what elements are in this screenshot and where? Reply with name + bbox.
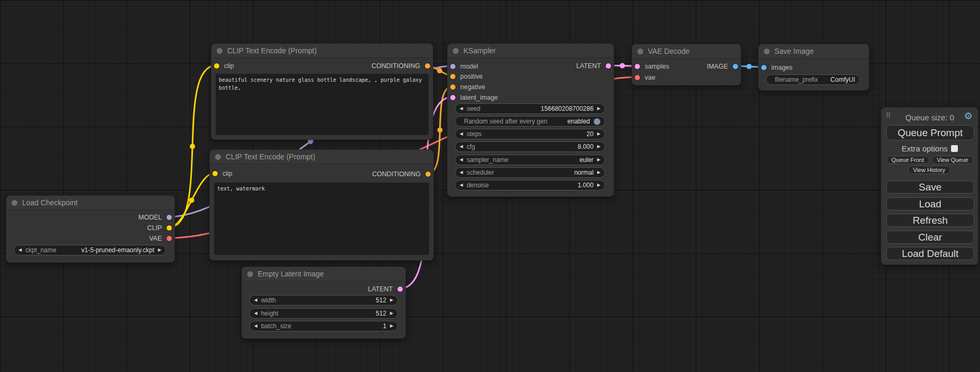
- latent-slot-dot[interactable]: [635, 64, 640, 69]
- widget-height[interactable]: ◀ height 512 ▶: [249, 308, 398, 319]
- node-header[interactable]: VAE Decode: [632, 44, 741, 59]
- decrement-icon[interactable]: ◀: [18, 248, 22, 252]
- collapse-dot-icon[interactable]: [247, 271, 253, 277]
- node-graph-canvas[interactable]: Load Checkpoint MODEL CLIP VAE ◀ ckpt_na…: [0, 0, 980, 372]
- node-header[interactable]: CLIP Text Encode (Prompt): [210, 150, 433, 164]
- save-button[interactable]: Save: [886, 180, 974, 194]
- increment-icon[interactable]: ▶: [597, 183, 600, 187]
- collapse-dot-icon[interactable]: [637, 49, 643, 54]
- link-midpoint-dot: [620, 63, 625, 69]
- increment-icon[interactable]: ▶: [597, 145, 600, 149]
- load-button[interactable]: Load: [886, 197, 974, 211]
- widget-scheduler[interactable]: ◀ scheduler normal ▶: [455, 167, 605, 178]
- model-slot-dot[interactable]: [450, 64, 455, 69]
- output-slot-conditioning: CONDITIONING: [372, 169, 431, 179]
- clear-button[interactable]: Clear: [886, 231, 974, 244]
- decrement-icon[interactable]: ◀: [460, 145, 463, 149]
- node-header[interactable]: Save Image: [759, 44, 869, 59]
- extra-options-checkbox[interactable]: [951, 145, 958, 152]
- increment-icon[interactable]: ▶: [597, 158, 600, 162]
- node-title: Empty Latent Image: [258, 270, 324, 278]
- collapse-dot-icon[interactable]: [12, 200, 17, 206]
- image-slot-dot[interactable]: [761, 65, 766, 70]
- load-default-button[interactable]: Load Default: [886, 247, 974, 260]
- conditioning-slot-dot[interactable]: [450, 84, 455, 90]
- widget-batch-size[interactable]: ◀ batch_size 1 ▶: [249, 321, 398, 331]
- widget-width[interactable]: ◀ width 512 ▶: [249, 295, 398, 306]
- slot-label: latent_image: [460, 94, 498, 101]
- node-clip-text-encode-negative[interactable]: CLIP Text Encode (Prompt) clip CONDITION…: [209, 149, 434, 261]
- widget-value: 512: [372, 297, 386, 304]
- decrement-icon[interactable]: ◀: [254, 298, 257, 302]
- widget-seed[interactable]: ◀ seed 156680208700286 ▶: [455, 103, 605, 114]
- gear-icon[interactable]: ⚙: [964, 111, 973, 121]
- node-title: Save Image: [774, 47, 814, 55]
- queue-front-button[interactable]: Queue Front: [886, 156, 929, 164]
- view-queue-button[interactable]: View Queue: [932, 156, 974, 164]
- widget-denoise[interactable]: ◀ denoise 1.000 ▶: [455, 180, 605, 190]
- widget-random-seed-toggle[interactable]: Random seed after every gen enabled: [455, 116, 605, 127]
- node-empty-latent-image[interactable]: Empty Latent Image LATENT ◀ width 512 ▶ …: [241, 266, 406, 339]
- decrement-icon[interactable]: ◀: [254, 324, 257, 328]
- latent-slot-dot[interactable]: [450, 95, 455, 100]
- collapse-dot-icon[interactable]: [215, 154, 221, 160]
- vae-slot-dot[interactable]: [167, 236, 172, 241]
- node-header[interactable]: KSampler: [448, 44, 614, 58]
- node-save-image[interactable]: Save Image images filename_prefix ComfyU…: [758, 44, 869, 91]
- decrement-icon[interactable]: ◀: [254, 311, 257, 316]
- vae-slot-dot[interactable]: [635, 75, 640, 80]
- increment-icon[interactable]: ▶: [390, 311, 393, 316]
- conditioning-slot-dot[interactable]: [425, 171, 431, 177]
- decrement-icon[interactable]: ◀: [460, 132, 463, 136]
- node-ksampler[interactable]: KSampler model positive negative latent_…: [447, 43, 614, 197]
- input-slot-latent-image: latent_image: [450, 92, 498, 103]
- slot-label: negative: [460, 83, 485, 91]
- increment-icon[interactable]: ▶: [597, 170, 600, 175]
- collapse-dot-icon[interactable]: [217, 48, 222, 54]
- conditioning-slot-dot[interactable]: [425, 63, 430, 69]
- increment-icon[interactable]: ▶: [158, 248, 161, 252]
- toggle-circle-icon[interactable]: [594, 118, 600, 125]
- conditioning-slot-dot[interactable]: [450, 74, 455, 79]
- widget-sampler-name[interactable]: ◀ sampler_name euler ▶: [455, 155, 605, 165]
- latent-slot-dot[interactable]: [606, 63, 611, 69]
- slot-label: positive: [460, 73, 482, 80]
- queue-prompt-button[interactable]: Queue Prompt: [886, 125, 974, 140]
- widget-filename-prefix[interactable]: filename_prefix ComfyUI: [766, 74, 860, 85]
- queue-size-label: Queue size: 0: [881, 113, 978, 122]
- increment-icon[interactable]: ▶: [597, 132, 600, 136]
- slot-label: clip: [224, 62, 234, 70]
- widget-steps[interactable]: ◀ steps 20 ▶: [455, 129, 605, 139]
- clip-slot-dot[interactable]: [212, 171, 218, 176]
- prompt-text-input[interactable]: beautiful scenery nature glass bottle la…: [216, 74, 429, 135]
- widget-cfg[interactable]: ◀ cfg 8.000 ▶: [455, 141, 605, 152]
- node-title: CLIP Text Encode (Prompt): [226, 152, 315, 161]
- node-load-checkpoint[interactable]: Load Checkpoint MODEL CLIP VAE ◀ ckpt_na…: [6, 195, 175, 263]
- image-slot-dot[interactable]: [733, 64, 738, 69]
- clip-slot-dot[interactable]: [167, 225, 172, 231]
- view-history-button[interactable]: View History: [908, 166, 950, 174]
- increment-icon[interactable]: ▶: [597, 107, 600, 111]
- node-clip-text-encode-positive[interactable]: CLIP Text Encode (Prompt) clip CONDITION…: [211, 43, 433, 140]
- decrement-icon[interactable]: ◀: [460, 183, 463, 187]
- decrement-icon[interactable]: ◀: [460, 107, 463, 111]
- prompt-text-input[interactable]: text, watermark: [214, 183, 429, 255]
- increment-icon[interactable]: ▶: [390, 324, 393, 328]
- collapse-dot-icon[interactable]: [764, 49, 770, 54]
- collapse-dot-icon[interactable]: [453, 48, 459, 54]
- node-header[interactable]: CLIP Text Encode (Prompt): [211, 44, 433, 58]
- node-vae-decode[interactable]: VAE Decode samples vae IMAGE: [632, 44, 741, 85]
- refresh-button[interactable]: Refresh: [886, 214, 974, 227]
- latent-slot-dot[interactable]: [397, 287, 403, 292]
- node-header[interactable]: Empty Latent Image: [242, 267, 405, 281]
- node-header[interactable]: Load Checkpoint: [6, 196, 174, 210]
- clip-slot-dot[interactable]: [214, 63, 219, 69]
- widget-value: ComfyUI: [826, 76, 855, 83]
- increment-icon[interactable]: ▶: [390, 298, 393, 302]
- decrement-icon[interactable]: ◀: [460, 158, 463, 162]
- widget-ckpt-name[interactable]: ◀ ckpt_name v1-5-pruned-emaonly.ckpt ▶: [14, 245, 166, 255]
- widget-label: filename_prefix: [775, 76, 818, 83]
- model-slot-dot[interactable]: [167, 215, 172, 220]
- decrement-icon[interactable]: ◀: [460, 170, 463, 175]
- node-title: VAE Decode: [648, 47, 690, 55]
